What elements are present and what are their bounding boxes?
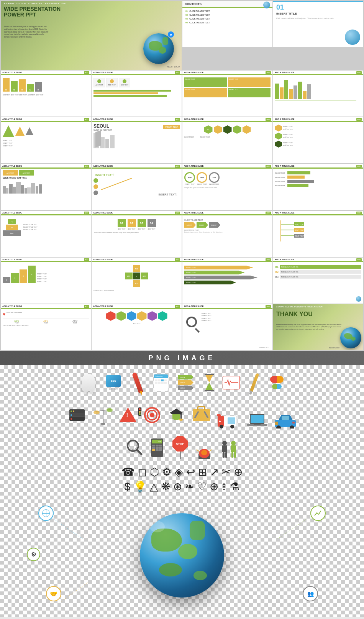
- slide-heart-bullets[interactable]: ADD A TITLE SLIDE ADD ♥ Insert text cont…: [1, 304, 91, 350]
- svg-rect-13: [205, 374, 214, 375]
- pencil-icon: [128, 369, 147, 396]
- line-icon-16: ❧: [185, 481, 194, 492]
- line-icon-1: ☎: [121, 467, 135, 478]
- png-line-icons: ☎ ◻ ⬡ ⚙ ◈ ↩ ⊞ ↗ ✂ ⊕: [8, 467, 356, 478]
- large-globe: [140, 513, 224, 598]
- svg-line-57: [276, 519, 307, 540]
- slide-bar-chart[interactable]: ADD A TITLE SLIDE ADD: [273, 71, 363, 117]
- slide-flow-arrows[interactable]: ADD A TITLE SLIDE ADD CLICK TO ADD TEXT …: [182, 211, 272, 257]
- slide-insert-title[interactable]: 01 INSERT TITLE Click here to add title …: [273, 1, 363, 47]
- svg-rect-31: [251, 415, 264, 423]
- svg-point-18: [107, 408, 113, 412]
- slide-horiz-flow[interactable]: ADD A TITLE SLIDE ADD INSERT TEXT INSERT…: [182, 258, 272, 304]
- slide-city-skyline[interactable]: ADD A TITLE SLIDE ADD ADD TEXT ADD TEXT …: [1, 164, 91, 210]
- slide-triangle-pyramid[interactable]: ADD A TITLE SLIDE ADD top mid base INSER…: [1, 211, 91, 257]
- stop-sign-icon: STOP: [170, 434, 191, 461]
- slide-hexagon-cluster[interactable]: ADD A TITLE SLIDE ADD 01 INSERT TEXTINSE…: [182, 117, 272, 163]
- svg-rect-49: [222, 445, 227, 452]
- svg-text:+: +: [219, 419, 221, 424]
- ambulance-icon: +: [216, 402, 243, 429]
- png-items-row3: 888 STOP: [8, 434, 356, 461]
- thankyou-title: THANK YOU: [276, 311, 313, 317]
- line-icon-2: ◻: [138, 467, 147, 478]
- slide-horiz-bars[interactable]: ADD A TITLE SLIDE ADD INSERT TEXT INSERT…: [273, 164, 363, 210]
- slide-text-grid[interactable]: ADD A TITLE SLIDE ADD INSERT TEXT INSERT…: [182, 71, 272, 117]
- line-icon-14: ❋: [161, 481, 170, 492]
- target-icon: [142, 402, 163, 429]
- svg-point-48: [222, 441, 227, 445]
- svg-point-52: [231, 441, 236, 445]
- laptop-icon: [246, 402, 269, 429]
- slide-up-down[interactable]: ADD A TITLE SLIDE ADD INSERT TEXT↑ INSER…: [92, 164, 182, 210]
- contents-list: 01CLICK TO ADD TEXT 02CLICK TO ADD TEXT …: [182, 8, 272, 26]
- chart-icon: [310, 506, 326, 521]
- calculator-icon: 888: [148, 434, 167, 461]
- svg-line-46: [197, 450, 199, 452]
- slide-hero[interactable]: ASADAL GLOBAL POWER PPT PRESENTATION WID…: [1, 1, 182, 70]
- png-icons-area: $$$ 1234 5678 Calendar: [0, 365, 364, 617]
- insert-title-label: INSERT TITLE: [276, 12, 360, 15]
- slide-circular-stats[interactable]: ADD A TITLE SLIDE ADD 40% INSERT TEXT 50…: [182, 164, 272, 210]
- svg-text:ADD TEXT: ADD TEXT: [295, 229, 305, 232]
- svg-line-0: [101, 178, 132, 190]
- syringe-icon: [245, 369, 264, 396]
- slide-honeycomb[interactable]: ADD A TITLE SLIDE ADD ADD TEXT: [92, 304, 182, 350]
- svg-rect-33: [254, 424, 261, 425]
- globe-composition: 🤝 👥 ⚙: [8, 498, 356, 613]
- line-icon-20: ⚗: [230, 481, 239, 492]
- slide-timeline-steps[interactable]: ADD A TITLE SLIDE ADD 01 02 03 04 05 ADD…: [1, 71, 91, 117]
- svg-rect-19: [101, 423, 105, 425]
- hero-title: WIDE PRESENTATION POWER PPT: [4, 6, 65, 18]
- insert-title-body: Click here to add title and body text. T…: [276, 17, 360, 20]
- calendar-icon: Calendar: [150, 369, 171, 396]
- graduation-icon: [166, 402, 187, 429]
- slide-cards-icons[interactable]: ADD A TITLE SLIDE ADD ADD TEXT ADD TEXT …: [92, 71, 182, 117]
- thankyou-header: ASADAL GLOBAL POWER PPT PRESENTATION: [276, 306, 360, 308]
- png-items-row1: $$$ 1234 5678 Calendar: [8, 369, 356, 396]
- hero-body: Asadal has been running one of the bigge…: [4, 26, 50, 39]
- direction-sign-icon: SIGN A SIGN B SIGN C: [174, 369, 197, 396]
- slide-hex-right[interactable]: ADD A TITLE SLIDE ADD INSERT TEXTsmall t…: [273, 117, 363, 163]
- line-icon-10: ⊕: [234, 467, 243, 478]
- svg-rect-21: [180, 413, 182, 419]
- svg-rect-51: [225, 452, 227, 458]
- svg-rect-54: [231, 452, 233, 458]
- svg-marker-11: [205, 375, 213, 383]
- slide-magnifier[interactable]: ADD A TITLE SLIDE ADD INSERT TEXT INSERT…: [182, 304, 272, 350]
- svg-line-56: [54, 519, 84, 540]
- line-icon-17: ♡: [197, 481, 207, 492]
- line-icon-18: ⊕: [210, 481, 218, 492]
- car-icon: [272, 402, 299, 429]
- slide-cross-diagram[interactable]: ADD A TITLE SLIDE ADD ADD ADD + ADD ADD …: [92, 258, 182, 304]
- thankyou-body: Asadal has been running one of the bigge…: [276, 323, 342, 330]
- hourglass-icon: [200, 369, 218, 396]
- line-icon-6: ↩: [186, 467, 195, 478]
- slide-contents[interactable]: CONTENTS 01CLICK TO ADD TEXT 02CLICK TO …: [182, 1, 272, 47]
- svg-rect-39: [292, 422, 295, 424]
- tooth-icon: [78, 369, 99, 396]
- slide-stair-steps[interactable]: ADD A TITLE SLIDE ADD 1 2 3 4 INSERT TEX…: [1, 258, 91, 304]
- slide-seoul[interactable]: ADD A TITLE SLIDE ADD SEOUL CLICK TO ADD…: [92, 117, 182, 163]
- line-icon-5: ◈: [175, 467, 183, 478]
- slide-triangle-arrows[interactable]: ADD A TITLE SLIDE ADD INSERT TEXTINSERT …: [1, 117, 91, 163]
- line-icon-19: ⫶: [221, 481, 227, 492]
- slide-tree-diagram[interactable]: ADD A TITLE SLIDE ADD ADD TEXT ADD TEXT …: [273, 211, 363, 257]
- handshake-icon: 🤝: [46, 586, 61, 601]
- line-icon-3: ⬡: [150, 467, 159, 478]
- svg-line-58: [61, 582, 88, 601]
- hero-globe: e: [143, 33, 176, 66]
- line-icon-15: ⊛: [173, 481, 182, 492]
- svg-rect-50: [223, 452, 225, 458]
- network-icon: [38, 506, 54, 521]
- slide-thank-you[interactable]: ASADAL GLOBAL POWER PPT PRESENTATION THA…: [273, 304, 363, 350]
- line-icon-11: $: [125, 481, 131, 492]
- line-icon-4: ⚙: [162, 467, 172, 478]
- line-icon-8: ↗: [210, 467, 219, 478]
- svg-rect-29: [217, 414, 221, 416]
- magnifier-png-icon: [123, 434, 144, 461]
- settings-small-icon: ⚙: [27, 548, 40, 561]
- slide-step-boxes[interactable]: ADD A TITLE SLIDE ADD 01 ADD TEXT 02 ADD…: [92, 211, 182, 257]
- svg-point-17: [93, 410, 100, 414]
- svg-rect-37: [282, 416, 289, 420]
- slide-company-list[interactable]: ADD A TITLE SLIDE ADD 01 ASADAL INTERNET…: [273, 258, 363, 304]
